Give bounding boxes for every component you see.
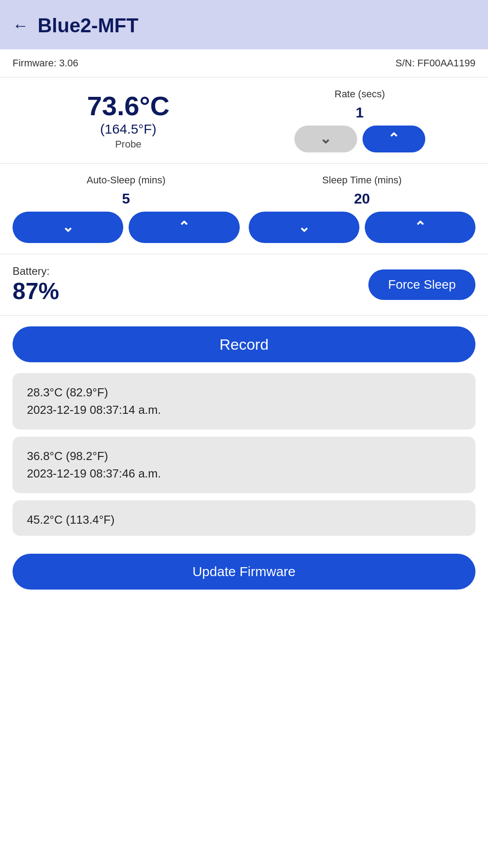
sleep-time-increase-button[interactable]: [365, 212, 475, 243]
record-section: Record: [0, 316, 488, 373]
rate-increase-button[interactable]: [363, 126, 425, 152]
page-title: Blue2-MFT: [38, 14, 138, 37]
battery-label: Battery:: [13, 265, 59, 278]
firmware-bar: Firmware: 3.06 S/N: FF00AA1199: [0, 49, 488, 78]
temperature-block: 73.6°C (164.5°F) Probe: [13, 91, 244, 150]
serial-label: S/N: FF00AA1199: [395, 57, 475, 69]
rate-value: 1: [356, 104, 364, 121]
temperature-celsius: 73.6°C: [87, 91, 169, 122]
reading-card-2: 36.8°C (98.2°F) 2023-12-19 08:37:46 a.m.: [13, 437, 475, 493]
auto-sleep-increase-button[interactable]: [129, 212, 239, 243]
reading-card-3: 45.2°C (113.4°F): [13, 500, 475, 536]
rate-block: Rate (secs) 1: [244, 88, 476, 152]
reading-card-1: 28.3°C (82.9°F) 2023-12-19 08:37:14 a.m.: [13, 373, 475, 430]
reading-time-1: 2023-12-19 08:37:14 a.m.: [27, 403, 461, 417]
temperature-fahrenheit: (164.5°F): [100, 122, 156, 137]
reading-temp-3: 45.2°C (113.4°F): [27, 513, 115, 526]
battery-value: 87%: [13, 278, 59, 304]
chevron-down-icon: [320, 131, 332, 147]
chevron-up-icon: [414, 220, 426, 235]
auto-sleep-block: Auto-Sleep (mins) 5: [13, 174, 240, 243]
auto-sleep-decrease-button[interactable]: [13, 212, 123, 243]
sleep-time-decrease-button[interactable]: [249, 212, 359, 243]
battery-section: Battery: 87% Force Sleep: [0, 254, 488, 316]
readings-section: 28.3°C (82.9°F) 2023-12-19 08:37:14 a.m.…: [0, 373, 488, 547]
sleep-time-label: Sleep Time (mins): [322, 174, 402, 186]
header: ← Blue2-MFT: [0, 0, 488, 49]
battery-block: Battery: 87%: [13, 265, 59, 304]
record-button[interactable]: Record: [13, 326, 475, 362]
update-firmware-button[interactable]: Update Firmware: [13, 554, 475, 590]
temperature-probe-label: Probe: [115, 139, 142, 150]
auto-sleep-value: 5: [122, 191, 130, 207]
force-sleep-button[interactable]: Force Sleep: [368, 269, 475, 300]
sleep-time-value: 20: [354, 191, 370, 207]
firmware-update-section: Update Firmware: [0, 547, 488, 602]
sleep-section: Auto-Sleep (mins) 5 Sleep Time (mins) 20: [0, 164, 488, 254]
reading-time-2: 2023-12-19 08:37:46 a.m.: [27, 467, 461, 481]
back-button[interactable]: ←: [13, 16, 29, 35]
chevron-down-icon: [62, 220, 74, 235]
rate-decrease-button[interactable]: [294, 126, 357, 152]
firmware-label: Firmware: 3.06: [13, 57, 78, 69]
temp-rate-section: 73.6°C (164.5°F) Probe Rate (secs) 1: [0, 78, 488, 164]
auto-sleep-label: Auto-Sleep (mins): [86, 174, 165, 186]
chevron-up-icon: [388, 131, 400, 147]
sleep-time-buttons: [249, 212, 476, 243]
rate-label: Rate (secs): [335, 88, 385, 100]
chevron-up-icon: [178, 220, 190, 235]
rate-buttons: [294, 126, 425, 152]
reading-temp-1: 28.3°C (82.9°F): [27, 386, 461, 399]
reading-temp-2: 36.8°C (98.2°F): [27, 449, 461, 463]
auto-sleep-buttons: [13, 212, 240, 243]
sleep-time-block: Sleep Time (mins) 20: [249, 174, 476, 243]
chevron-down-icon: [298, 220, 310, 235]
